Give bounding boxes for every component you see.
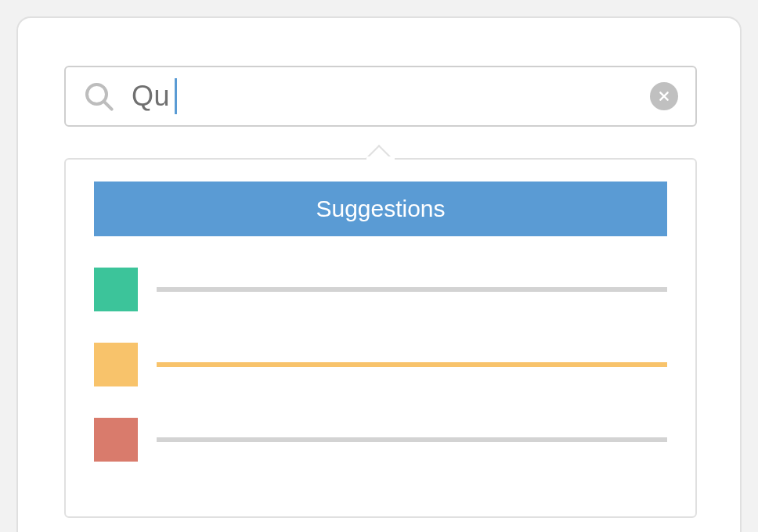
close-icon (658, 90, 670, 102)
suggestions-header-label: Suggestions (316, 196, 445, 222)
text-cursor (175, 78, 177, 114)
search-icon (83, 81, 114, 112)
dropdown-pointer-mask (366, 156, 395, 163)
suggestion-line (157, 287, 667, 292)
suggestions-dropdown: Suggestions (64, 158, 697, 518)
search-value: Qu (132, 80, 170, 113)
search-input[interactable]: Qu (64, 66, 697, 127)
clear-button[interactable] (650, 82, 678, 110)
search-value-wrap: Qu (132, 78, 177, 114)
svg-line-1 (104, 102, 112, 110)
list-item[interactable] (94, 268, 667, 311)
suggestions-header: Suggestions (94, 182, 667, 236)
swatch-icon (94, 343, 138, 386)
swatch-icon (94, 418, 138, 462)
swatch-icon (94, 268, 138, 311)
suggestion-line (157, 362, 667, 367)
suggestion-line (157, 437, 667, 442)
app-panel: Qu Suggestions (16, 16, 742, 532)
list-item[interactable] (94, 343, 667, 386)
list-item[interactable] (94, 418, 667, 462)
